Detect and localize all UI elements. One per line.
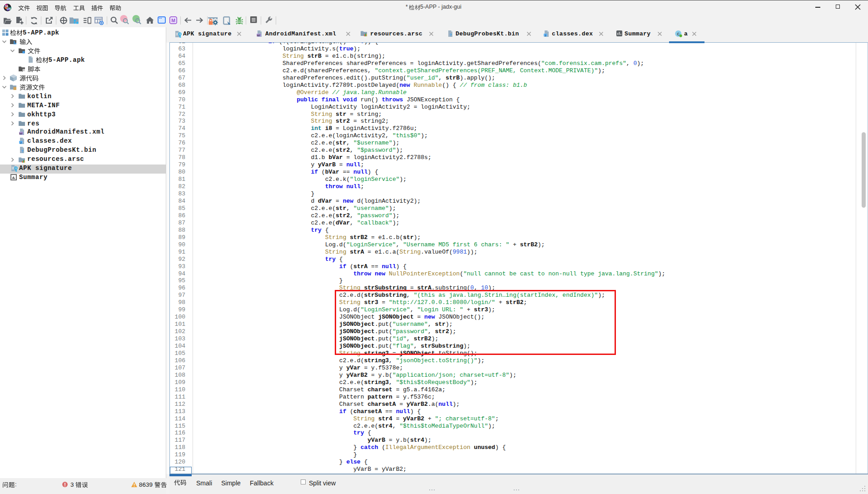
svg-text:M: M <box>171 18 175 23</box>
svg-text:MF: MF <box>257 34 261 37</box>
svg-text:MF: MF <box>20 132 23 135</box>
svg-text:?: ? <box>449 33 451 37</box>
svg-text:J: J <box>545 34 546 37</box>
svg-text:?: ? <box>21 149 23 153</box>
svg-text:C: C <box>677 32 680 37</box>
svg-text:J: J <box>20 141 22 144</box>
svg-text:DX: DX <box>7 7 11 10</box>
